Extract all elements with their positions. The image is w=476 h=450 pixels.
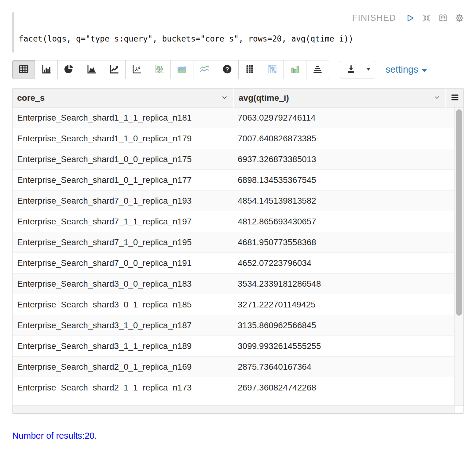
chart-pyramid-button[interactable] (306, 60, 329, 79)
table-cell-avg-qtime-i: 2875.73640167364 (233, 357, 463, 377)
table-cell-avg-qtime-i: 4812.865693430657 (233, 211, 463, 232)
table-cell-core-s: Enterprise_Search_shard1_1_0_replica_n17… (13, 128, 233, 149)
bar-chart-icon (41, 64, 52, 76)
download-caret-button[interactable] (362, 61, 375, 78)
chart-column-button[interactable] (284, 60, 306, 79)
table-cell-avg-qtime-i: 3271.222701149425 (233, 294, 463, 315)
editor-gutter (12, 12, 14, 53)
table-cell-avg-qtime-i: 7063.029792746114 (233, 107, 463, 128)
svg-text:?: ? (225, 66, 229, 73)
table-row: Enterprise_Search_shard7_0_1_replica_n19… (13, 191, 463, 211)
table-row: Enterprise_Search_shard1_0_1_replica_n17… (13, 170, 463, 191)
table-cell-core-s: Enterprise_Search_shard1_0_1_replica_n17… (13, 170, 233, 190)
chart-bar-button[interactable] (35, 60, 58, 79)
table-row-clipped (13, 398, 463, 405)
chart-scatter-button[interactable] (125, 60, 148, 79)
table-menu-button[interactable] (446, 89, 463, 107)
caret-down-icon (421, 69, 427, 72)
download-split-button (340, 61, 375, 78)
table-cell-core-s: Enterprise_Search_shard3_0_1_replica_n18… (13, 294, 233, 315)
table-cell-avg-qtime-i: 3534.2339181286548 (233, 274, 463, 294)
table-cell-core-s: Enterprise_Search_shard2_1_1_replica_n17… (13, 377, 233, 398)
column-header-label: avg(qtime_i) (239, 93, 289, 103)
column-header-label: core_s (17, 93, 45, 103)
table-row: Enterprise_Search_shard3_0_0_replica_n18… (13, 274, 463, 294)
paragraph-status-bar: FINISHED (352, 13, 464, 23)
column-chart-icon (289, 64, 301, 76)
chart-bubble-button[interactable] (148, 60, 171, 79)
paragraph-status: FINISHED (352, 13, 396, 23)
table-row: Enterprise_Search_shard3_0_1_replica_n18… (13, 294, 463, 315)
hamburger-menu-icon (450, 93, 460, 103)
table-row: Enterprise_Search_shard3_1_0_replica_n18… (13, 315, 463, 336)
line-chart-icon (108, 64, 120, 76)
table-cell-avg-qtime-i: 3099.9932614555255 (233, 336, 463, 356)
help-icon: ? (222, 64, 233, 76)
table-body: Enterprise_Search_shard1_1_1_replica_n18… (13, 107, 463, 405)
horizontal-scrollbar-track[interactable] (13, 406, 454, 413)
stacked-area-chart-icon (176, 64, 188, 76)
vertical-scrollbar-track (454, 107, 463, 405)
area-chart-icon (86, 64, 97, 76)
chart-type-buttons: ? (12, 60, 329, 79)
table-cell-core-s: Enterprise_Search_shard7_1_0_replica_n19… (13, 232, 233, 252)
table-cell-core-s: Enterprise_Search_shard2_0_1_replica_n16… (13, 357, 233, 377)
table-cell-avg-qtime-i: 6898.134535367545 (233, 170, 463, 190)
chart-line-button[interactable] (103, 60, 126, 79)
heatmap-icon (267, 64, 278, 76)
table-cell-core-s: Enterprise_Search_shard3_1_0_replica_n18… (13, 315, 233, 336)
vertical-scrollbar-thumb[interactable] (456, 109, 462, 316)
horizontal-scrollbar (13, 405, 463, 413)
download-button[interactable] (340, 61, 362, 78)
column-header-core-s[interactable]: core_s (13, 89, 233, 107)
table-row: Enterprise_Search_shard2_1_1_replica_n17… (13, 377, 463, 398)
caret-down-icon (365, 66, 372, 74)
scatter-chart-icon (131, 64, 142, 76)
bubble-chart-icon (154, 64, 165, 76)
chevron-down-icon[interactable] (433, 93, 441, 103)
table-cell-avg-qtime-i: 4854.145139813582 (233, 191, 463, 211)
pie-chart-icon (63, 64, 75, 76)
table-row: Enterprise_Search_shard7_0_0_replica_n19… (13, 253, 463, 274)
chart-combo-line-button[interactable] (193, 60, 216, 79)
table-cell-core-s: Enterprise_Search_shard1_1_1_replica_n18… (13, 107, 233, 128)
table-cell-core-s (13, 398, 233, 405)
table-row: Enterprise_Search_shard1_0_0_replica_n17… (13, 149, 463, 170)
table-row: Enterprise_Search_shard1_1_1_replica_n18… (13, 107, 463, 128)
collapse-icon[interactable] (422, 13, 431, 23)
chart-stacked-area-button[interactable] (170, 60, 193, 79)
table-cell-avg-qtime-i: 4652.07223796034 (233, 253, 463, 273)
run-icon[interactable] (405, 13, 415, 23)
table-row: Enterprise_Search_shard2_0_1_replica_n16… (13, 357, 463, 377)
table-cell-avg-qtime-i (233, 398, 463, 405)
chart-heatmap-button[interactable] (261, 60, 284, 79)
chart-pie-button[interactable] (57, 60, 80, 79)
scrollbar-corner (454, 406, 463, 413)
table-header: core_s avg(qtime_i) (13, 89, 463, 107)
column-header-avg-qtime-i[interactable]: avg(qtime_i) (234, 89, 445, 107)
table-cell-avg-qtime-i: 6937.326873385013 (233, 149, 463, 169)
result-toolbar: ? (12, 60, 464, 79)
download-icon (346, 64, 356, 75)
data-grid-icon (244, 64, 255, 76)
results-table: core_s avg(qtime_i) Enterprise_Search_sh… (12, 88, 464, 414)
chart-area-button[interactable] (80, 60, 103, 79)
gear-icon[interactable] (455, 13, 464, 23)
book-icon[interactable] (438, 13, 448, 23)
code-line[interactable]: facet(logs, q="type_s:query", buckets="c… (14, 12, 353, 53)
table-cell-core-s: Enterprise_Search_shard3_1_1_replica_n18… (13, 336, 233, 356)
table-cell-avg-qtime-i: 3135.860962566845 (233, 315, 463, 336)
chevron-down-icon[interactable] (220, 93, 229, 103)
chart-data-grid-button[interactable] (238, 60, 261, 79)
chart-table-button[interactable] (12, 60, 35, 79)
combo-line-chart-icon (199, 64, 210, 76)
table-cell-avg-qtime-i: 4681.950773558368 (233, 232, 463, 252)
pyramid-chart-icon (312, 64, 323, 76)
results-count: Number of results:20. (12, 431, 476, 441)
table-row: Enterprise_Search_shard7_1_1_replica_n19… (13, 211, 463, 232)
table-cell-avg-qtime-i: 2697.360824742268 (233, 377, 463, 398)
settings-dropdown[interactable]: settings (386, 64, 427, 75)
table-cell-core-s: Enterprise_Search_shard1_0_0_replica_n17… (13, 149, 233, 169)
table-row: Enterprise_Search_shard3_1_1_replica_n18… (13, 336, 463, 357)
chart-help-button[interactable]: ? (216, 60, 239, 79)
